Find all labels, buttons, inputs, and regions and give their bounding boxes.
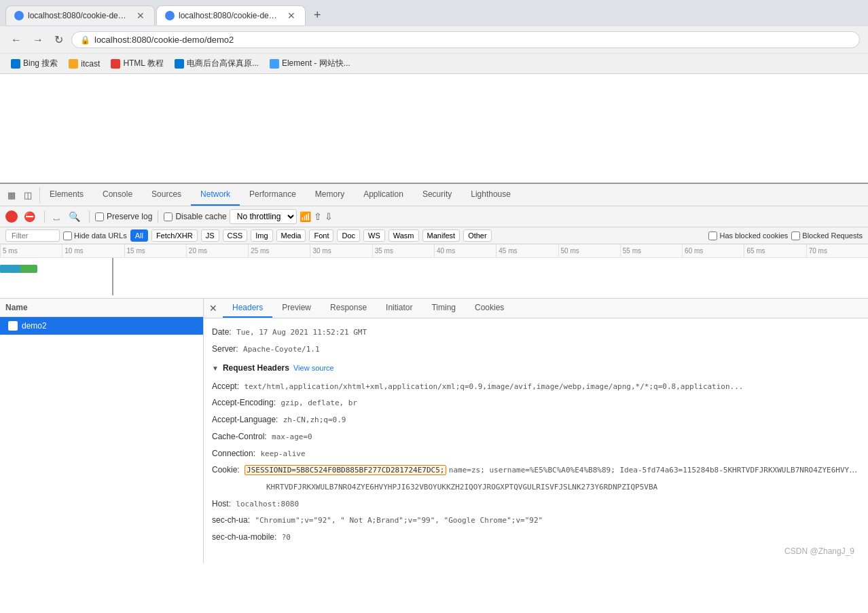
tab-memory[interactable]: Memory	[306, 184, 354, 206]
new-tab-button[interactable]: +	[307, 4, 328, 26]
filter-doc[interactable]: Doc	[337, 229, 360, 242]
filter-all[interactable]: All	[130, 229, 148, 242]
filter-css[interactable]: CSS	[223, 229, 248, 242]
tab-favicon-2	[165, 11, 175, 20]
disable-cache-checkbox[interactable]	[164, 212, 173, 221]
tick-35ms: 35 ms	[372, 244, 434, 257]
bookmark-html[interactable]: HTML 教程	[108, 56, 166, 71]
response-date-row: Date: Tue, 17 Aug 2021 11:52:21 GMT	[212, 324, 860, 341]
response-server-row: Server: Apache-Coyote/1.1	[212, 341, 860, 358]
tab-console[interactable]: Console	[93, 184, 142, 206]
filter-media[interactable]: Media	[276, 229, 306, 242]
tick-40ms: 40 ms	[434, 244, 496, 257]
detail-tab-timing[interactable]: Timing	[422, 299, 465, 318]
filter-button[interactable]: ⎵	[50, 209, 62, 224]
preserve-log-label[interactable]: Preserve log	[95, 212, 152, 221]
detail-close-button[interactable]: ✕	[204, 300, 223, 316]
cookie-row: Cookie: JSESSIONID=5B8C524F0BD885BF277CD…	[212, 462, 860, 479]
detail-tab-preview[interactable]: Preview	[272, 299, 321, 318]
detail-tab-initiator[interactable]: Initiator	[376, 299, 422, 318]
sec-ch-ua-mobile-row: sec-ch-ua-mobile: ?0	[212, 529, 860, 546]
request-headers-section[interactable]: ▼ Request Headers View source	[212, 357, 860, 377]
preserve-log-checkbox[interactable]	[95, 212, 104, 221]
timeline-ruler: 5 ms 10 ms 15 ms 20 ms 25 ms 30 ms 35 ms…	[0, 244, 868, 258]
filter-manifest[interactable]: Manifest	[422, 229, 460, 242]
throttle-select[interactable]: No throttlingFast 3GSlow 3GOffline	[230, 209, 297, 224]
filter-wasm[interactable]: Wasm	[388, 229, 419, 242]
refresh-button[interactable]: ↻	[52, 31, 66, 49]
tick-65ms: 65 ms	[744, 244, 806, 257]
file-item-demo2[interactable]: demo2	[0, 317, 203, 335]
file-list: Name demo2	[0, 299, 204, 563]
sec-ch-ua-key: sec-ch-ua:	[212, 515, 250, 525]
detail-tab-headers[interactable]: Headers	[223, 299, 272, 318]
toolbar-divider-3	[158, 210, 158, 223]
blocked-requests-checkbox[interactable]	[791, 231, 800, 240]
bookmark-icon-itcast	[69, 59, 78, 69]
bookmark-ecommerce[interactable]: 电商后台高保真原...	[172, 56, 261, 71]
bookmark-bing[interactable]: Bing 搜索	[8, 56, 60, 71]
has-blocked-cookies-label[interactable]: Has blocked cookies	[708, 231, 788, 240]
cache-control-key: Cache-Control:	[212, 432, 267, 441]
tab-network[interactable]: Network	[191, 184, 240, 206]
sec-ch-ua-mobile-value: ?0	[282, 533, 291, 542]
tick-25ms: 25 ms	[248, 244, 310, 257]
tab-elements[interactable]: Elements	[40, 184, 93, 206]
tab-security[interactable]: Security	[413, 184, 461, 206]
bookmark-element[interactable]: Element - 网站快...	[267, 56, 353, 71]
accept-language-row: Accept-Language: zh-CN,zh;q=0.9	[212, 411, 860, 428]
record-button[interactable]	[5, 210, 18, 223]
headers-content: Date: Tue, 17 Aug 2021 11:52:21 GMT Serv…	[204, 318, 868, 551]
tick-70ms: 70 ms	[806, 244, 868, 257]
filter-font[interactable]: Font	[309, 229, 333, 242]
address-input-container[interactable]: 🔒 localhost:8080/cookie-demo/demo2	[71, 31, 860, 48]
filter-img[interactable]: Img	[251, 229, 272, 242]
accept-language-key: Accept-Language:	[212, 415, 278, 424]
bookmark-label-element: Element - 网站快...	[282, 58, 350, 69]
has-blocked-cookies-checkbox[interactable]	[708, 231, 717, 240]
browser-tab-2[interactable]: localhost:8080/cookie-demo/d... ✕	[156, 5, 306, 25]
blocked-requests-text: Blocked Requests	[802, 231, 863, 240]
host-row: Host: localhost:8080	[212, 496, 860, 513]
filter-other[interactable]: Other	[463, 229, 492, 242]
accept-key: Accept:	[212, 382, 239, 391]
filter-ws[interactable]: WS	[363, 229, 385, 242]
page-content	[0, 74, 868, 183]
tick-15ms: 15 ms	[124, 244, 186, 257]
browser-tab-1[interactable]: localhost:8080/cookie-demo/d... ✕	[5, 5, 155, 25]
blocked-requests-label[interactable]: Blocked Requests	[791, 231, 863, 240]
sec-ch-ua-value: "Chromium";v="92", " Not A;Brand";v="99"…	[255, 516, 543, 525]
cache-control-row: Cache-Control: max-age=0	[212, 428, 860, 445]
tab-sources[interactable]: Sources	[142, 184, 191, 206]
tab-close-1[interactable]: ✕	[135, 10, 146, 21]
bookmark-itcast[interactable]: itcast	[66, 58, 103, 70]
devtools-inspect-icon[interactable]: ▦	[4, 187, 19, 203]
date-value: Tue, 17 Aug 2021 11:52:21 GMT	[236, 328, 367, 337]
host-value: localhost:8080	[236, 500, 299, 508]
filter-input[interactable]	[5, 229, 60, 242]
hide-data-urls-label[interactable]: Hide data URLs	[63, 231, 127, 240]
hide-data-urls-text: Hide data URLs	[74, 231, 127, 240]
download-icon: ⇩	[325, 211, 333, 222]
search-button[interactable]: 🔍	[65, 209, 84, 224]
forward-button[interactable]: →	[30, 31, 46, 49]
filter-fetch-xhr[interactable]: Fetch/XHR	[151, 229, 198, 242]
detail-tab-response[interactable]: Response	[321, 299, 376, 318]
back-button[interactable]: ←	[8, 31, 24, 49]
tab-lighthouse[interactable]: Lighthouse	[461, 184, 520, 206]
disable-cache-label[interactable]: Disable cache	[164, 212, 226, 221]
accept-value: text/html,application/xhtml+xml,applicat…	[244, 382, 743, 391]
file-icon-demo2	[8, 321, 18, 331]
cookie-value-rest: name=zs; username=%E5%BC%A0%E4%B8%89; Id…	[449, 465, 860, 475]
tab-application[interactable]: Application	[354, 184, 413, 206]
tick-20ms: 20 ms	[186, 244, 248, 257]
detail-tab-cookies[interactable]: Cookies	[465, 299, 513, 318]
timeline-bar-blue	[0, 265, 20, 273]
tab-close-2[interactable]: ✕	[286, 10, 297, 21]
tab-performance[interactable]: Performance	[240, 184, 306, 206]
filter-js[interactable]: JS	[201, 229, 219, 242]
clear-button[interactable]: ⛔	[20, 209, 39, 224]
view-source-link[interactable]: View source	[293, 362, 334, 375]
hide-data-urls-checkbox[interactable]	[63, 231, 72, 240]
devtools-device-icon[interactable]: ◫	[20, 187, 35, 203]
